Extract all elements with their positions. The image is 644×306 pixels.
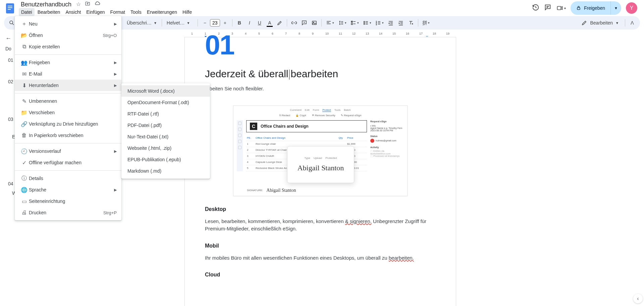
checklist-button[interactable]: ▾ [349,18,360,28]
menu-item-label: Offline verfügbar machen [29,160,117,165]
submenu-item[interactable]: RTF-Datei (.rtf) [121,108,210,120]
cloud-status-icon[interactable] [94,1,100,8]
menu-item-icon: 👥 [19,59,29,66]
menu-item-icon: ⓘ [19,175,29,182]
font-family-label: Helvet… [167,20,185,26]
font-size-input[interactable] [210,19,220,27]
menu-item-offline-verfügbar-machen[interactable]: ✓Offline verfügbar machen [15,157,121,168]
insert-image-button[interactable] [310,18,319,28]
insert-comment-button[interactable] [300,18,309,28]
menu-item-versionsverlauf[interactable]: 🕘Versionsverlauf▶ [15,145,121,157]
insert-link-button[interactable] [290,18,299,28]
bold-button[interactable]: B [235,18,244,28]
doc-title[interactable]: Benutzerhandbuch [19,0,73,9]
submenu-item[interactable]: Markdown (.md) [121,165,210,177]
svg-rect-4 [557,6,561,10]
share-dropdown[interactable]: ▼ [610,1,621,15]
text-color-button[interactable]: A [265,18,274,28]
input-tools-button[interactable]: 拼▾ [421,18,431,28]
svg-point-12 [364,23,364,23]
menu-item-verknüpfung-zu-drive-hinzufügen[interactable]: 🔗Verknüpfung zu Drive hinzufügen [15,118,121,130]
explore-button[interactable]: ‹ [633,294,643,303]
indent-increase-button[interactable] [396,18,405,28]
paragraph-desktop: Lesen, bearbeiten, kommentieren, komprim… [205,218,436,233]
comments-icon[interactable] [544,4,551,13]
menu-item-label: Seiteneinrichtung [29,199,117,204]
menu-item-seiteneinrichtung[interactable]: ▭Seiteneinrichtung [15,195,121,207]
svg-point-6 [10,21,13,24]
menu-tools[interactable]: Tools [128,8,144,16]
menu-ansicht[interactable]: Ansicht [63,8,83,16]
hide-menus-button[interactable]: ᐱ [628,18,637,28]
meet-icon[interactable]: ▾ [556,5,566,11]
paragraph-style-label: Überschri… [127,20,152,26]
star-icon[interactable]: ☆ [76,1,81,8]
menu-einfügen[interactable]: Einfügen [84,8,107,16]
menu-item-details[interactable]: ⓘDetails [15,173,121,184]
align-button[interactable]: ▾ [324,18,335,28]
menu-item-öffnen[interactable]: 📂ÖffnenStrg+O [15,30,121,41]
svg-rect-5 [577,8,580,10]
font-size-decrease[interactable]: − [201,18,209,28]
share-button[interactable]: Freigeben [571,1,610,15]
submenu-item[interactable]: OpenDocument-Format (.odt) [121,97,210,108]
file-menu: ＋Neu▶📂ÖffnenStrg+O⧉Kopie erstellen👥Freig… [15,16,121,220]
line-spacing-button[interactable]: ▾ [337,18,348,28]
indent-decrease-button[interactable] [386,18,395,28]
history-icon[interactable] [532,4,539,13]
menu-item-label: Details [29,176,117,181]
menu-item-verschieben[interactable]: 📁Verschieben [15,107,121,118]
menu-item-label: Neu [29,21,114,27]
submenu-item[interactable]: Nur-Text-Datei (.txt) [121,131,210,142]
heading-desktop: Desktop [205,206,436,212]
font-family-dropdown[interactable]: Helvet…▼ [165,20,195,26]
bulleted-list-button[interactable]: ▾ [362,18,373,28]
submenu-item[interactable]: Microsoft Word (.docx) [121,85,210,97]
underline-button[interactable]: U [255,18,264,28]
submenu-arrow-icon: ▶ [114,60,117,65]
menu-item-sprache[interactable]: 🌐Sprache▶ [15,184,121,195]
italic-button[interactable]: I [245,18,254,28]
submenu-item[interactable]: EPUB-Publikation (.epub) [121,154,210,165]
submenu-item[interactable]: PDF-Datei (.pdf) [121,120,210,131]
embedded-image[interactable]: CommentEditFormProtectToolsBatch ⎘ Redac… [233,105,408,196]
menu-bearbeiten[interactable]: Bearbeiten [35,8,63,16]
menu-item-label: Verknüpfung zu Drive hinzufügen [29,121,117,127]
paragraph-style-dropdown[interactable]: Überschri…▼ [125,20,159,26]
menu-item-icon: ▭ [19,198,29,205]
menu-item-umbenennen[interactable]: ✎Umbenennen [15,95,121,107]
menu-item-label: Verschieben [29,110,117,115]
menu-item-icon: 🗑 [19,132,29,138]
numbered-list-button[interactable]: 123▾ [374,18,385,28]
menu-item-shortcut: Strg+P [103,210,117,215]
font-size-increase[interactable]: + [221,18,229,28]
editing-mode-label: Bearbeiten [590,20,613,26]
clear-formatting-button[interactable] [407,18,415,28]
menu-hilfe[interactable]: Hilfe [180,8,194,16]
menu-erweiterungen[interactable]: Erweiterungen [145,8,179,16]
menu-item-label: Sprache [29,187,114,192]
paragraph-mobil: Ihr mobiles Büro mit allen wesentlichen … [205,254,436,262]
submenu-item[interactable]: Webseite (.html, .zip) [121,142,210,154]
menu-item-in-papierkorb-verschieben[interactable]: 🗑In Papierkorb verschieben [15,130,121,141]
submenu-arrow-icon: ▶ [114,149,117,154]
menu-item-freigeben[interactable]: 👥Freigeben▶ [15,57,121,68]
menu-item-kopie-erstellen[interactable]: ⧉Kopie erstellen [15,41,121,52]
menu-datei[interactable]: Datei [19,8,35,16]
editing-mode-button[interactable]: Bearbeiten ▼ [578,20,622,26]
menu-item-icon: ✉ [19,71,29,77]
highlight-button[interactable] [275,18,284,28]
document-page[interactable]: 01 Jederzeit & überallbearbeiten arbeite… [184,37,456,306]
menu-item-herunterladen[interactable]: ⬇Herunterladen▶ [15,80,121,91]
share-label: Freigeben [584,5,605,11]
menu-item-drucken[interactable]: 🖨DruckenStrg+P [15,207,121,218]
titlebar: Benutzerhandbuch ☆ DateiBearbeitenAnsich… [0,0,644,16]
menu-format[interactable]: Format [108,8,127,16]
account-avatar[interactable]: Y [626,2,637,14]
menu-item-neu[interactable]: ＋Neu▶ [15,18,121,30]
move-icon[interactable] [85,1,90,8]
menu-item-e-mail[interactable]: ✉E-Mail▶ [15,68,121,80]
docs-logo[interactable] [4,2,16,14]
paragraph: arbeiten Sie noch flexibler. [205,85,436,93]
submenu-arrow-icon: ▶ [114,83,117,88]
